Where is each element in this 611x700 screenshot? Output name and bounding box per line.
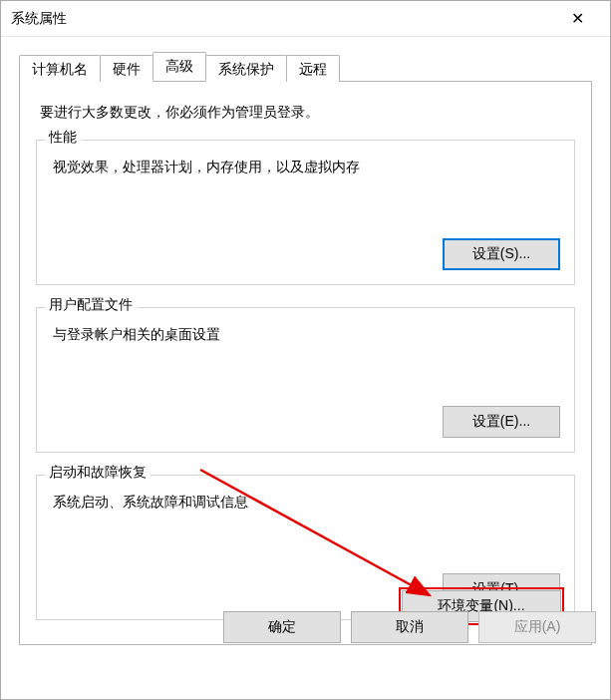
tab-computer-name[interactable]: 计算机名: [19, 55, 101, 82]
admin-note: 要进行大多数更改，你必须作为管理员登录。: [40, 104, 575, 122]
tab-remote[interactable]: 远程: [286, 55, 340, 82]
user-profile-settings-button[interactable]: 设置(E)...: [443, 406, 560, 438]
apply-button[interactable]: 应用(A): [478, 611, 596, 643]
dialog-body: 计算机名 硬件 高级 系统保护 远程 要进行大多数更改，你必须作为管理员登录。 …: [1, 37, 610, 657]
window-title: 系统属性: [11, 10, 67, 28]
performance-settings-button[interactable]: 设置(S)...: [443, 238, 560, 270]
group-performance-legend: 性能: [45, 129, 81, 147]
titlebar: 系统属性 ✕: [1, 1, 610, 37]
group-performance: 性能 视觉效果，处理器计划，内存使用，以及虚拟内存 设置(S)...: [36, 140, 575, 285]
advanced-tab-page: 要进行大多数更改，你必须作为管理员登录。 性能 视觉效果，处理器计划，内存使用，…: [19, 82, 592, 645]
close-button[interactable]: ✕: [555, 4, 600, 34]
group-performance-desc: 视觉效果，处理器计划，内存使用，以及虚拟内存: [53, 159, 560, 176]
group-user-profile: 用户配置文件 与登录帐户相关的桌面设置 设置(E)...: [36, 307, 575, 453]
tab-advanced[interactable]: 高级: [153, 52, 206, 81]
group-user-profile-legend: 用户配置文件: [45, 296, 137, 314]
group-user-profile-desc: 与登录帐户相关的桌面设置: [53, 326, 560, 344]
cancel-button[interactable]: 取消: [351, 611, 468, 643]
ok-button[interactable]: 确定: [223, 611, 341, 643]
group-startup-recovery-desc: 系统启动、系统故障和调试信息: [53, 494, 560, 512]
system-properties-window: 系统属性 ✕ 计算机名 硬件 高级 系统保护 远程 要进行大多数更改，你必须作为…: [0, 0, 611, 700]
tab-system-protection[interactable]: 系统保护: [205, 55, 287, 82]
tab-strip: 计算机名 硬件 高级 系统保护 远程: [19, 53, 592, 82]
close-icon: ✕: [571, 11, 584, 27]
dialog-footer-buttons: 确定 取消 应用(A): [223, 611, 596, 643]
tab-hardware[interactable]: 硬件: [100, 55, 153, 82]
group-startup-recovery-legend: 启动和故障恢复: [45, 464, 151, 482]
